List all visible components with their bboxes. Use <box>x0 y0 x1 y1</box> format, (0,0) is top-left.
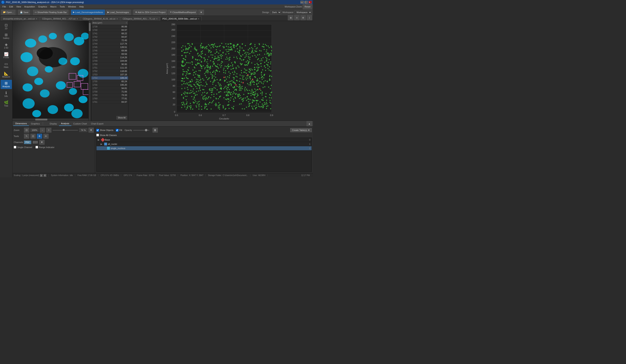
view-list-btn[interactable]: ≡ <box>294 15 300 20</box>
open-btn[interactable]: 📂 Open... <box>1 10 15 15</box>
tree-row-base[interactable]: ▶ Base 0 <box>97 138 312 142</box>
sidebar-item-2d[interactable]: ⊡ 2D <box>0 22 12 31</box>
window-controls[interactable]: — □ ✕ <box>301 1 312 4</box>
sidebar-item-info[interactable]: ℹ Info <box>0 89 12 99</box>
tab-close[interactable]: ✕ <box>36 18 37 20</box>
table-row[interactable]: 174084.97 <box>91 28 128 32</box>
pointer-tool[interactable]: ↖ <box>24 134 29 139</box>
table-row[interactable]: 174284.87 <box>91 35 128 39</box>
table-row[interactable]: 174372.45 <box>91 39 128 42</box>
menu-macro[interactable]: Macro <box>49 5 58 8</box>
zoom-percent-input[interactable] <box>79 128 87 132</box>
show-all-classes-checkbox[interactable] <box>96 134 99 136</box>
table-row[interactable]: 1754109.24 <box>91 76 128 80</box>
table-row[interactable]: 1753107.18 <box>91 73 128 76</box>
sidebar-item-profile[interactable]: 📈 Profile <box>0 51 12 60</box>
show-all-btn[interactable]: Show All <box>117 116 127 119</box>
expand-bottom-btn[interactable]: ▲ <box>307 121 312 126</box>
single-channel-checkbox[interactable] <box>14 146 16 148</box>
load-intellesis-btn[interactable]: ▶ Load_DemoimagesIntellesis <box>71 10 105 15</box>
sidebar-item-measure[interactable]: 📐 Measure <box>0 70 12 79</box>
zoom-in-btn[interactable]: + <box>46 128 51 133</box>
tab-expand-btn[interactable]: ⟩ <box>307 15 312 20</box>
tab-dimensions[interactable]: Dimensions <box>13 121 29 126</box>
zoom-slider[interactable] <box>53 130 78 131</box>
class-tree[interactable]: ▶ Base 0 ▶ all_nuclei 1 <box>96 138 312 172</box>
tree-row-all-nuclei[interactable]: ▶ all_nuclei 1 <box>97 142 312 146</box>
minimize-btn[interactable]: — <box>301 1 304 4</box>
menu-window[interactable]: Window <box>67 5 78 8</box>
table-row[interactable]: 1748114.29 <box>91 56 128 59</box>
sidebar-item-analysis[interactable]: ⊞ Analysis <box>0 80 12 89</box>
sidebar-item-histo[interactable]: ▭ Histo <box>0 60 12 70</box>
sidebar-item-tree[interactable]: 🌿 Tree <box>0 99 12 108</box>
load-demo-btn[interactable]: ▶ Load_Demoimages <box>106 10 131 15</box>
zoom-input[interactable] <box>31 128 39 132</box>
table-row[interactable]: 1744117.74 <box>91 42 128 45</box>
more-options-btn[interactable]: ▼ <box>198 10 204 15</box>
pan-tool[interactable]: ✥ <box>37 134 42 139</box>
table-row[interactable]: 174769.56 <box>91 52 128 56</box>
show-objects-checkbox[interactable] <box>96 129 99 132</box>
tab-settings-btn[interactable]: ⚙ <box>300 15 306 20</box>
table-row[interactable]: 176077.91 <box>91 97 128 100</box>
table-row[interactable]: 1756106.20 <box>91 83 128 87</box>
zoom-fit-btn[interactable]: ⊡ <box>24 128 29 133</box>
tab-close[interactable]: ✕ <box>76 18 78 20</box>
save-btn[interactable]: 💾 Save <box>18 10 30 15</box>
zoom-down-btn[interactable]: ▼ <box>88 128 94 133</box>
table-row[interactable]: 175871.06 <box>91 90 128 93</box>
fill-checkbox[interactable] <box>116 129 118 132</box>
channel-pgc-btn[interactable]: PGC <box>24 141 31 144</box>
opacity-slider[interactable] <box>133 130 149 131</box>
table-row[interactable]: 1752118.00 <box>91 70 128 73</box>
image-panel[interactable] <box>12 21 91 121</box>
tab-graphics[interactable]: Graphics <box>29 122 42 126</box>
opacity-reset-btn[interactable]: 🗑 <box>153 128 158 133</box>
zoom-out-btn[interactable]: − <box>40 128 45 133</box>
close-btn[interactable]: ✕ <box>309 1 312 4</box>
table-row[interactable]: 174669.98 <box>91 49 128 52</box>
maximize-btn[interactable]: □ <box>305 1 308 4</box>
view-grid-btn[interactable]: ⊞ <box>288 15 293 20</box>
expand-icon[interactable]: ▶ <box>101 143 103 146</box>
microscopy-view[interactable] <box>12 21 91 121</box>
tab-close[interactable]: ✕ <box>156 18 157 20</box>
zen-connect-btn[interactable]: ⊕ Add to ZEN Connect Project <box>133 10 167 15</box>
scaling-down-btn[interactable]: ▼ <box>43 174 46 177</box>
table-row[interactable]: 175794.81 <box>91 87 128 90</box>
menu-help[interactable]: Help <box>78 5 85 8</box>
scaling-up-btn[interactable]: ▲ <box>40 174 43 177</box>
create-table-btn[interactable]: Create Table(s) ▼ <box>290 128 312 132</box>
tab-analysis[interactable]: Analysis <box>59 121 71 126</box>
table-row[interactable]: 173986.88 <box>91 25 128 28</box>
draw-tool[interactable]: ✏ <box>43 134 49 139</box>
sidebar-item-2-5d[interactable]: ◈ 2.5D <box>0 41 12 50</box>
tab-celegans2[interactable]: CElegans_384Well_A1-B...ed.czi ✕ <box>81 17 120 21</box>
table-row[interactable]: 175090.95 <box>91 63 128 66</box>
data-table[interactable]: 173986.88174084.97174168.22174284.871743… <box>91 25 128 115</box>
sidebar-item-gallery[interactable]: ⊞ Gallery <box>0 32 12 41</box>
tab-celegans1[interactable]: CElegans_384Well_A01-...rGT.czi ✕ <box>40 17 80 21</box>
rect-select-tool[interactable]: ⊡ <box>31 134 36 139</box>
menu-graphics[interactable]: Graphics <box>37 5 49 8</box>
menu-tools[interactable]: Tools <box>58 5 67 8</box>
menu-edit[interactable]: Edit <box>8 5 15 8</box>
table-row[interactable]: 175565.24 <box>91 80 128 83</box>
workspace-select[interactable]: Workspace <box>295 10 312 14</box>
range-indicator-checkbox[interactable] <box>36 146 38 148</box>
tab-close[interactable]: ✕ <box>116 18 118 20</box>
tab-chart-export[interactable]: Chart Export <box>89 122 105 126</box>
tab-display[interactable]: Display <box>48 122 59 126</box>
table-row[interactable]: 176184.97 <box>91 100 128 104</box>
design-select[interactable]: Dark <box>270 10 281 14</box>
channel-options-btn[interactable]: ▼ <box>39 140 44 145</box>
table-row[interactable]: 174168.22 <box>91 32 128 35</box>
table-row[interactable]: 175973.33 <box>91 93 128 97</box>
table-row[interactable]: 1751111.15 <box>91 66 128 70</box>
expand-icon[interactable]: ▶ <box>98 139 101 141</box>
scale-bar-btn[interactable]: ▭ Show/Hide Floating Scale Bar <box>33 10 69 15</box>
reset-btn[interactable]: Reset <box>303 4 312 9</box>
menu-view[interactable]: View <box>15 5 23 8</box>
table-row[interactable]: 1745128.51 <box>91 45 128 49</box>
